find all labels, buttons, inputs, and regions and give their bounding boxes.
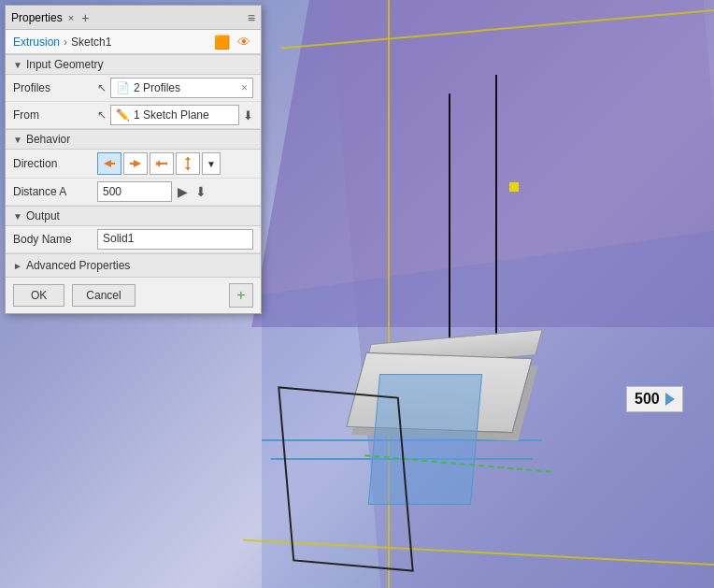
profiles-row: Profiles ↖ 📄 2 Profiles ×: [6, 75, 261, 102]
output-arrow: ▼: [13, 211, 22, 222]
section-input-geometry[interactable]: ▼ Input Geometry: [6, 54, 261, 75]
distance-a-stepper[interactable]: ▶: [178, 184, 188, 199]
direction-btn-4[interactable]: [176, 152, 200, 175]
direction-btn-2[interactable]: [123, 152, 148, 175]
advanced-properties-arrow: ►: [13, 261, 22, 271]
body-name-value-area: Solid1: [97, 229, 253, 250]
button-row: OK Cancel +: [6, 278, 261, 313]
panel-add-tab-button[interactable]: +: [81, 10, 89, 25]
body-name-value: Solid1: [103, 232, 134, 245]
panel-menu-button[interactable]: ≡: [248, 10, 255, 25]
direction-label: Direction: [13, 157, 97, 170]
viewport-vertical-line2: [495, 75, 497, 374]
svg-marker-4: [185, 157, 191, 160]
add-button[interactable]: +: [229, 283, 253, 308]
breadcrumb-visibility-icon[interactable]: 👁: [235, 33, 253, 51]
profiles-input-text: 2 Profiles: [134, 81, 237, 94]
advanced-properties-row[interactable]: ► Advanced Properties: [6, 253, 261, 278]
from-pencil-icon: ✏️: [116, 108, 130, 122]
ok-button[interactable]: OK: [13, 284, 64, 307]
viewport-vertical-line1: [449, 93, 450, 374]
output-label: Output: [26, 209, 60, 222]
body-name-input[interactable]: Solid1: [97, 229, 253, 250]
viewport-distance-arrow: [665, 393, 675, 406]
advanced-properties-label: Advanced Properties: [26, 259, 130, 272]
direction-dropdown[interactable]: ▼: [202, 152, 221, 175]
breadcrumb: Extrusion › Sketch1 🟧 👁: [6, 30, 261, 54]
section-output[interactable]: ▼ Output: [6, 206, 261, 226]
direction-btn-1[interactable]: [97, 152, 121, 175]
distance-a-input[interactable]: 500: [97, 181, 172, 202]
from-input[interactable]: ✏️ 1 Sketch Plane: [110, 105, 239, 125]
cancel-button[interactable]: Cancel: [72, 284, 135, 307]
breadcrumb-current-page: Sketch1: [71, 36, 111, 49]
direction-icon-2: [128, 156, 143, 171]
distance-a-value-area: 500 ▶ ⬇: [97, 181, 253, 202]
breadcrumb-icons: 🟧 👁: [212, 33, 253, 51]
direction-btn-3[interactable]: [150, 152, 174, 175]
profiles-label: Profiles: [13, 81, 97, 94]
from-row: From ↖ ✏️ 1 Sketch Plane ⬇: [6, 102, 261, 129]
viewport-yellow-dot: [509, 182, 519, 192]
viewport-distance-label[interactable]: 500: [626, 386, 683, 412]
breadcrumb-separator: ›: [64, 36, 67, 49]
distance-a-label: Distance A: [13, 185, 97, 198]
breadcrumb-sketch-icon[interactable]: 🟧: [212, 33, 231, 51]
viewport-distance-value: 500: [635, 391, 660, 408]
distance-a-measure-icon[interactable]: ⬇: [195, 184, 207, 199]
body-name-label: Body Name: [13, 233, 97, 246]
from-input-text: 1 Sketch Plane: [134, 108, 234, 122]
panel-titlebar: Properties × + ≡: [6, 6, 261, 30]
distance-a-row: Distance A 500 ▶ ⬇: [6, 179, 261, 206]
input-geometry-label: Input Geometry: [26, 58, 104, 71]
direction-icon-3: [154, 156, 169, 171]
direction-icon-1: [102, 156, 117, 171]
svg-marker-5: [185, 167, 191, 170]
properties-panel: Properties × + ≡ Extrusion › Sketch1 🟧 👁…: [5, 5, 262, 314]
panel-close-button[interactable]: ×: [68, 12, 74, 23]
direction-row: Direction: [6, 150, 261, 179]
direction-buttons: ▼: [97, 152, 253, 175]
section-behavior[interactable]: ▼ Behavior: [6, 129, 261, 150]
from-value-area: ↖ ✏️ 1 Sketch Plane ⬇: [97, 105, 253, 125]
viewport-sketch-outline: [278, 386, 414, 572]
distance-a-value: 500: [103, 185, 121, 198]
behavior-arrow: ▼: [13, 135, 22, 145]
input-geometry-arrow: ▼: [13, 60, 22, 70]
profiles-value-area: ↖ 📄 2 Profiles ×: [97, 78, 253, 98]
direction-icon-4: [180, 156, 195, 171]
breadcrumb-extrusion-link[interactable]: Extrusion: [13, 36, 60, 49]
from-measure-icon[interactable]: ⬇: [243, 108, 253, 122]
behavior-label: Behavior: [26, 133, 70, 146]
panel-title: Properties: [11, 11, 63, 24]
body-name-row: Body Name Solid1: [6, 226, 261, 253]
svg-marker-2: [164, 162, 167, 165]
profiles-cursor-icon: ↖: [97, 81, 107, 94]
profiles-clear-icon[interactable]: ×: [241, 81, 248, 94]
from-label: From: [13, 108, 97, 122]
profiles-input[interactable]: 📄 2 Profiles ×: [110, 78, 253, 98]
from-cursor-icon: ↖: [97, 108, 107, 122]
profiles-paper-icon: 📄: [116, 81, 130, 94]
